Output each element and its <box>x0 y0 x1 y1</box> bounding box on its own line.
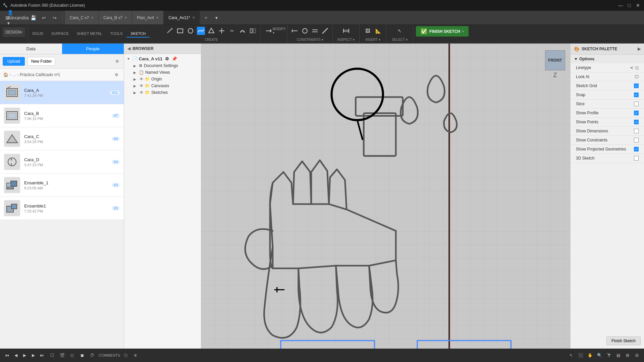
skip-last-button[interactable]: ⏭ <box>38 352 46 359</box>
mode-solid[interactable]: SOLID <box>28 30 47 38</box>
modify-tool-1[interactable] <box>264 26 273 36</box>
mode-sketch[interactable]: SKETCH <box>126 30 150 38</box>
object-icon[interactable]: ⬛ <box>577 352 584 359</box>
look-at-icon[interactable]: 🖵 <box>635 74 639 79</box>
options-header[interactable]: ▼ Options <box>571 55 644 63</box>
browser-item-canvases[interactable]: ▶ 👁 📁 Canvases <box>124 82 201 89</box>
new-tab-button[interactable]: ＋ <box>201 13 211 22</box>
redo-button[interactable]: ↪ <box>50 13 59 22</box>
file-cara-c[interactable]: Cara_C 3:54:29 PM V4 <box>0 127 124 150</box>
grid-icon[interactable]: ⊞ <box>624 352 631 359</box>
constraint-circle[interactable] <box>300 26 310 36</box>
tab-cara-av11[interactable]: Cara_Av11* ✕ <box>164 11 200 24</box>
sketch-grid-checkbox[interactable]: ✓ <box>634 83 639 88</box>
settings-gear-button[interactable]: ⚙ <box>113 57 121 65</box>
finish-sketch-button-palette[interactable]: Finish Sketch <box>606 337 641 345</box>
canvases-eye-icon[interactable]: 👁 <box>140 83 144 88</box>
3d-sketch-checkbox[interactable] <box>634 156 639 161</box>
show-dimensions-checkbox[interactable] <box>634 129 639 133</box>
select-tool[interactable]: ↖ <box>395 26 405 36</box>
tab-plan-a[interactable]: Plan_Av4 ✕ <box>132 11 164 24</box>
new-folder-button[interactable]: New Folder <box>28 57 55 66</box>
breadcrumb-dots[interactable]: ... <box>12 72 16 77</box>
timeline-icon-5[interactable]: ⏱ <box>89 352 96 359</box>
show-profile-checkbox[interactable]: ✓ <box>634 111 639 115</box>
user-button[interactable]: 👤 Alexandra ▾ <box>13 13 23 22</box>
display-mode[interactable]: ▤ <box>614 352 622 359</box>
skip-first-button[interactable]: ⏮ <box>3 352 11 359</box>
spline-tool[interactable] <box>196 26 206 36</box>
step-fwd-button[interactable]: ▶ <box>30 352 37 359</box>
offset-tool[interactable] <box>238 26 247 36</box>
file-cara-d[interactable]: Cara_D 3:47:23 PM V4 <box>0 150 124 174</box>
upload-button[interactable]: Upload <box>3 57 25 66</box>
comments-dot[interactable]: ⚫ <box>122 352 129 359</box>
file-cara-a[interactable]: Cara_A 7:41:24 PM V11 <box>0 81 124 104</box>
browser-item-doc-settings[interactable]: ▶ ⚙ Document Settings <box>124 62 201 69</box>
constraint-diagonal[interactable] <box>320 26 330 36</box>
step-back-button[interactable]: ◀ <box>12 352 19 359</box>
polygon-tool[interactable] <box>207 26 216 36</box>
insert-dxf[interactable]: 📐 <box>373 26 383 36</box>
circle-tool[interactable] <box>186 26 195 36</box>
snap-checkbox[interactable]: ✓ <box>634 93 639 97</box>
constraint-horizontal[interactable] <box>290 26 300 36</box>
show-points-checkbox[interactable]: ✓ <box>634 120 639 124</box>
layout-icon[interactable]: ⊟ <box>633 352 641 359</box>
tab-cara-c[interactable]: Cara_C v7 ✕ <box>65 11 99 24</box>
design-dropdown[interactable]: DESIGN ▾ <box>3 27 25 37</box>
cursor-icon[interactable]: ↖ <box>568 352 575 359</box>
timeline-icon-3[interactable]: ◻ <box>68 352 76 359</box>
tab-close[interactable]: ✕ <box>192 16 195 19</box>
comments-pause[interactable]: ⏸ <box>131 352 139 359</box>
slice-checkbox[interactable] <box>634 102 639 106</box>
file-cara-b[interactable]: Cara_B 7:06:15 PM V7 <box>0 104 124 127</box>
mode-surface[interactable]: SURFACE <box>47 30 73 38</box>
timeline-icon-4[interactable]: ◼ <box>78 352 86 359</box>
browser-item-sketches[interactable]: ▶ 👁 📁 Sketches <box>124 89 201 96</box>
linetype-icon-2[interactable]: ◻ <box>635 65 639 70</box>
tab-cara-b[interactable]: Cara_B v7 ✕ <box>99 11 132 24</box>
trim-tool[interactable]: ✂ <box>227 26 237 36</box>
browser-item-origin[interactable]: ▶ 👁 📁 Origin <box>124 76 201 82</box>
origin-eye-icon[interactable]: 👁 <box>140 77 144 81</box>
linetype-icon-1[interactable]: ≺ <box>630 65 633 70</box>
file-ensamble1[interactable]: Ensamble1 7:33:42 PM V3 <box>0 197 124 220</box>
show-proj-geom-checkbox[interactable]: ✓ <box>634 147 639 152</box>
mode-sheet-metal[interactable]: SHEET METAL <box>73 30 106 38</box>
viewcube-face[interactable]: FRONT <box>545 50 565 70</box>
undo-button[interactable]: ↩ <box>39 13 49 22</box>
tab-close[interactable]: ✕ <box>156 16 159 19</box>
breadcrumb-home[interactable]: 🏠 <box>3 72 8 77</box>
save-button[interactable]: 💾 <box>29 13 38 22</box>
tab-overflow-button[interactable]: ▾ <box>212 13 221 22</box>
rectangle-tool[interactable] <box>175 26 185 36</box>
folder-settings-button[interactable]: ⚙ <box>112 71 120 79</box>
tab-close[interactable]: ✕ <box>124 16 127 19</box>
mirror-tool[interactable] <box>248 26 258 36</box>
line-tool[interactable] <box>165 26 174 36</box>
inspect-measure[interactable] <box>341 26 351 36</box>
tab-people[interactable]: People <box>62 44 124 54</box>
view-icon[interactable]: 🔭 <box>605 352 612 359</box>
browser-item-named-views[interactable]: ▶ 📋 Named Views <box>124 69 201 76</box>
browser-root[interactable]: ▼ 📄 Cara_A v11 ⚙ 📌 <box>124 55 201 62</box>
tab-close[interactable]: ✕ <box>91 16 94 19</box>
show-constraints-checkbox[interactable] <box>634 138 639 142</box>
sketches-eye-icon[interactable]: 👁 <box>140 90 144 95</box>
mode-tools[interactable]: TOOLS <box>106 30 126 38</box>
zoom-icon[interactable]: 🔍 <box>596 352 603 359</box>
tab-data[interactable]: Data <box>0 44 62 54</box>
maximize-button[interactable]: □ <box>626 2 633 9</box>
finish-sketch-button[interactable]: ✅ FINISH SKETCH ▾ <box>416 26 469 37</box>
close-button[interactable]: ✕ <box>635 2 641 9</box>
browser-collapse-button[interactable]: ◀ <box>127 46 130 51</box>
linetype-control[interactable]: ≺ ◻ <box>630 65 639 70</box>
timeline-icon-2[interactable]: 🎬 <box>58 352 66 359</box>
minimize-button[interactable]: — <box>617 2 624 9</box>
file-ensamble-1[interactable]: Ensamble_1 9:23:05 AM V3 <box>0 174 124 197</box>
constraint-equal[interactable] <box>310 26 320 36</box>
canvas-area[interactable]: FRONT Z 🎨 SKETCH PALETTE ▶ ▼ Options Lin… <box>201 44 644 349</box>
fitpoint-tool[interactable] <box>217 26 226 36</box>
viewcube[interactable]: FRONT Z <box>542 47 569 74</box>
